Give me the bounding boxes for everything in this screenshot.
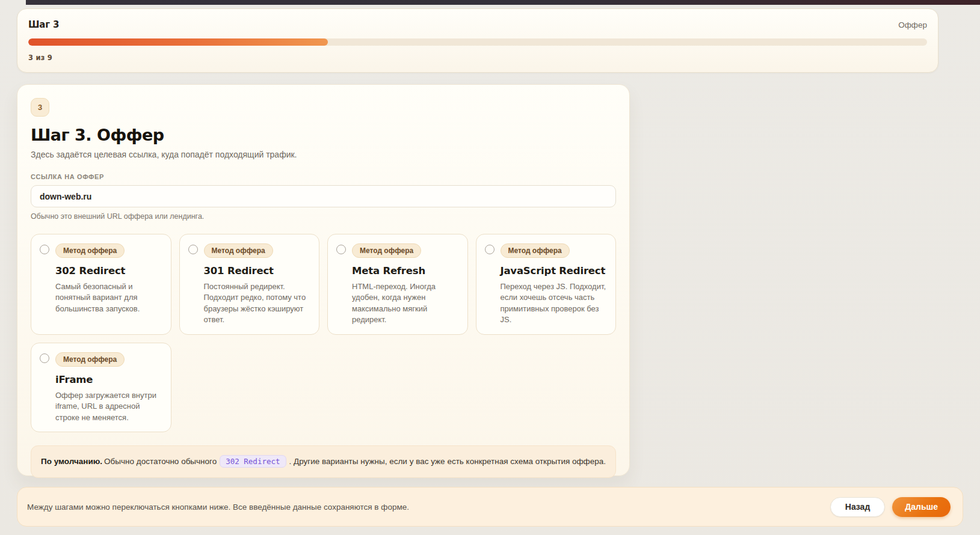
progress-fill <box>28 38 328 46</box>
offer-method-options: Метод оффера 302 Redirect Самый безопасн… <box>31 234 616 432</box>
note-text-after: . Другие варианты нужны, если у вас уже … <box>289 457 606 466</box>
method-description: Переход через JS. Подходит, если хочешь … <box>501 281 608 326</box>
method-description: Оффер загружается внутри iframe, URL в а… <box>55 390 162 423</box>
step-form-card: 3 Шаг 3. Оффер Здесь задаётся целевая сс… <box>17 84 630 476</box>
method-body: Метод оффера 302 Redirect Самый безопасн… <box>55 243 162 326</box>
note-text-before: Обычно достаточно обычного <box>104 457 217 466</box>
back-button[interactable]: Назад <box>830 497 886 517</box>
method-description: HTML-переход. Иногда удобен, когда нужен… <box>352 281 459 326</box>
offer-url-helper: Обычно это внешний URL оффера или лендин… <box>31 212 616 221</box>
method-badge: Метод оффера <box>204 243 273 258</box>
step-number-badge: 3 <box>31 98 49 117</box>
method-badge: Метод оффера <box>352 243 421 258</box>
method-title: 301 Redirect <box>204 265 311 277</box>
radio-button[interactable] <box>485 245 495 254</box>
default-note: По умолчанию.Обычно достаточно обычного3… <box>31 445 616 478</box>
offer-method-card[interactable]: Метод оффера Meta Refresh HTML-переход. … <box>327 234 468 335</box>
footer-buttons: Назад Дальше <box>830 497 951 517</box>
note-lead: По умолчанию. <box>41 457 102 466</box>
footer-hint: Между шагами можно переключаться кнопкам… <box>27 503 409 512</box>
progress-header-row: Шаг 3 Оффер <box>28 19 927 30</box>
method-title: 302 Redirect <box>55 265 162 277</box>
method-title: iFrame <box>55 374 162 385</box>
method-badge: Метод оффера <box>55 243 125 258</box>
offer-url-label: ССЫЛКА НА ОФФЕР <box>31 173 616 180</box>
step-label: Шаг 3 <box>28 19 59 30</box>
wizard-footer: Между шагами можно переключаться кнопкам… <box>17 487 963 527</box>
method-description: Самый безопасный и понятный вариант для … <box>55 281 162 314</box>
method-body: Метод оффера Meta Refresh HTML-переход. … <box>352 243 459 326</box>
progress-count: 3 из 9 <box>28 54 927 62</box>
method-badge: Метод оффера <box>55 352 125 367</box>
method-body: Метод оффера iFrame Оффер загружается вн… <box>55 352 162 423</box>
step-name: Оффер <box>898 20 927 29</box>
top-dark-strip <box>26 0 980 5</box>
method-body: Метод оффера 301 Redirect Постоянный ред… <box>204 243 311 326</box>
method-title: Meta Refresh <box>352 265 459 277</box>
method-body: Метод оффера JavaScript Redirect Переход… <box>501 243 608 326</box>
method-badge: Метод оффера <box>501 243 570 258</box>
next-button[interactable]: Дальше <box>892 497 951 517</box>
method-description: Постоянный редирект. Подходит редко, пот… <box>204 281 311 326</box>
page-subtitle: Здесь задаётся целевая ссылка, куда попа… <box>31 150 616 159</box>
offer-method-card[interactable]: Метод оффера JavaScript Redirect Переход… <box>476 234 617 335</box>
progress-bar <box>28 38 927 46</box>
offer-method-card[interactable]: Метод оффера 301 Redirect Постоянный ред… <box>179 234 320 335</box>
radio-button[interactable] <box>40 245 49 254</box>
radio-button[interactable] <box>188 245 198 254</box>
offer-method-card[interactable]: Метод оффера iFrame Оффер загружается вн… <box>31 343 171 432</box>
page-title: Шаг 3. Оффер <box>31 126 616 144</box>
radio-button[interactable] <box>40 353 49 363</box>
method-title: JavaScript Redirect <box>501 265 608 277</box>
offer-url-input[interactable] <box>31 185 616 207</box>
wizard-progress-card: Шаг 3 Оффер 3 из 9 <box>17 8 938 73</box>
code-chip: 302 Redirect <box>220 455 286 468</box>
radio-button[interactable] <box>336 245 346 254</box>
offer-method-card[interactable]: Метод оффера 302 Redirect Самый безопасн… <box>31 234 171 335</box>
